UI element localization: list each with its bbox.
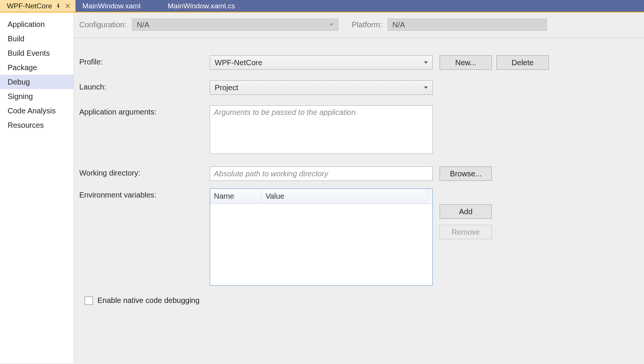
workdir-row: Working directory: Browse... (79, 166, 644, 181)
chevron-down-icon (424, 61, 428, 64)
appargs-row: Application arguments: (79, 105, 644, 156)
scrollbar[interactable] (426, 189, 432, 204)
profile-select[interactable]: WPF-NetCore (210, 55, 433, 70)
pin-icon[interactable] (56, 3, 61, 9)
tab-label: WPF-NetCore (7, 2, 52, 10)
configuration-select: N/A (132, 19, 338, 31)
platform-label: Platform: (352, 20, 382, 29)
application-arguments-input[interactable] (210, 105, 433, 154)
launch-label: Launch: (79, 80, 203, 91)
appargs-label: Application arguments: (79, 105, 203, 116)
debug-form: Profile: WPF-NetCore New... Delete Launc… (74, 38, 644, 305)
sidebar-item-package[interactable]: Package (0, 60, 74, 75)
tab-label: MainWindow.xaml (82, 2, 140, 10)
profile-label: Profile: (79, 55, 203, 66)
browse-button[interactable]: Browse... (440, 166, 492, 181)
delete-profile-button[interactable]: Delete (496, 55, 549, 70)
document-tab-bar: WPF-NetCore MainWindow.xaml MainWindow.x… (0, 0, 644, 13)
tab-project-properties[interactable]: WPF-NetCore (0, 0, 75, 12)
workspace: Application Build Build Events Package D… (0, 13, 644, 363)
project-properties-sidebar: Application Build Build Events Package D… (0, 13, 74, 363)
launch-value: Project (215, 83, 238, 92)
close-icon[interactable] (65, 3, 70, 9)
sidebar-item-build-events[interactable]: Build Events (0, 46, 74, 60)
enable-native-debugging-checkbox[interactable] (85, 297, 93, 305)
configuration-value: N/A (137, 20, 149, 29)
env-col-name[interactable]: Name (210, 189, 262, 204)
add-env-button[interactable]: Add (440, 204, 492, 219)
profile-value: WPF-NetCore (215, 58, 262, 67)
chevron-down-icon (424, 86, 428, 89)
tab-mainwindow-xaml[interactable]: MainWindow.xaml (75, 0, 161, 12)
working-directory-input[interactable] (210, 166, 433, 181)
env-col-value[interactable]: Value (262, 189, 426, 204)
envvars-row: Environment variables: Name Value Add Re… (79, 188, 644, 286)
tab-mainwindow-xaml-cs[interactable]: MainWindow.xaml.cs (161, 0, 275, 12)
native-debugging-row: Enable native code debugging (79, 296, 644, 305)
envvars-label: Environment variables: (79, 188, 203, 199)
launch-select[interactable]: Project (210, 80, 433, 95)
enable-native-debugging-label: Enable native code debugging (97, 296, 199, 305)
new-profile-button[interactable]: New... (440, 55, 492, 70)
env-table-header: Name Value (210, 189, 432, 204)
environment-variables-table[interactable]: Name Value (210, 188, 433, 286)
sidebar-item-signing[interactable]: Signing (0, 89, 74, 104)
tab-label: MainWindow.xaml.cs (168, 2, 235, 10)
platform-select: N/A (388, 19, 547, 31)
sidebar-item-code-analysis[interactable]: Code Analysis (0, 104, 74, 118)
properties-main-panel: Configuration: N/A Platform: N/A Profile… (74, 13, 644, 363)
sidebar-item-resources[interactable]: Resources (0, 118, 74, 132)
remove-env-button: Remove (440, 225, 492, 239)
profile-row: Profile: WPF-NetCore New... Delete (79, 55, 644, 70)
workdir-label: Working directory: (79, 166, 203, 177)
launch-row: Launch: Project (79, 80, 644, 95)
sidebar-item-build[interactable]: Build (0, 31, 74, 46)
platform-value: N/A (393, 20, 405, 29)
chevron-down-icon (330, 24, 333, 26)
sidebar-item-application[interactable]: Application (0, 17, 74, 31)
configuration-platform-row: Configuration: N/A Platform: N/A (74, 13, 644, 38)
configuration-label: Configuration: (79, 20, 127, 29)
sidebar-item-debug[interactable]: Debug (0, 75, 74, 89)
